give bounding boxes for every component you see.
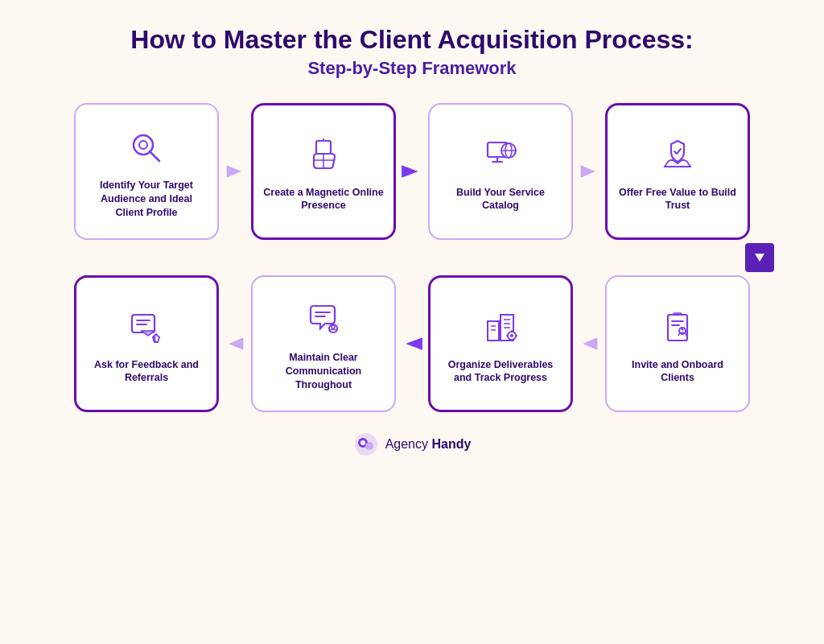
card-8-label: Invite and Onboard Clients — [616, 358, 739, 386]
svg-marker-15 — [581, 166, 595, 178]
svg-line-1 — [150, 151, 159, 161]
svg-point-49 — [682, 328, 684, 330]
card-6-label: Maintain Clear Communication Throughout — [262, 351, 385, 392]
monitor-globe-icon — [478, 133, 523, 178]
clipboard-person-icon — [655, 305, 700, 350]
svg-rect-4 — [316, 141, 331, 154]
svg-marker-3 — [227, 166, 241, 178]
arrow-left-3 — [575, 329, 604, 358]
card-identify-audience: Identify Your Target Audience and Ideal … — [74, 103, 219, 240]
svg-marker-8 — [402, 166, 418, 178]
row-1: Identify Your Target Audience and Ideal … — [34, 103, 790, 240]
box-hand-icon — [301, 133, 346, 178]
row-2: Ask for Feedback and Referrals Maintain … — [34, 275, 790, 412]
card-communication: Maintain Clear Communication Throughout — [251, 275, 396, 412]
footer: Agency Handy — [353, 431, 472, 457]
arrow-right-1 — [220, 157, 249, 186]
svg-marker-25 — [229, 338, 243, 350]
footer-brand-bold: Handy — [431, 437, 471, 451]
grid-container: Identify Your Target Audience and Ideal … — [34, 103, 790, 412]
footer-brand-text: Agency Handy — [385, 437, 472, 452]
card-5-label: Ask for Feedback and Referrals — [86, 358, 207, 386]
building-gear-icon — [478, 305, 523, 350]
arrow-left-1 — [220, 329, 249, 358]
arrow-down-icon — [745, 243, 774, 272]
main-title: How to Master the Client Acquisition Pro… — [130, 24, 693, 55]
card-3-label: Build Your Service Catalog — [439, 186, 562, 213]
arrow-right-2 — [398, 157, 426, 186]
card-service-catalog: Build Your Service Catalog — [428, 103, 573, 240]
card-7-label: Organize Deliverables and Track Progress — [440, 358, 561, 386]
arrow-right-3 — [575, 157, 604, 186]
chat-person-icon — [301, 298, 346, 343]
svg-marker-44 — [583, 338, 597, 350]
card-deliverables: Organize Deliverables and Track Progress — [428, 275, 573, 412]
agency-handy-logo — [353, 431, 379, 457]
card-magnetic-presence: Create a Magnetic Online Presence — [251, 103, 396, 240]
card-offer-value: Offer Free Value to Build Trust — [605, 103, 750, 240]
page-header: How to Master the Client Acquisition Pro… — [130, 24, 693, 79]
svg-point-39 — [510, 334, 513, 337]
handshake-shield-icon — [655, 133, 700, 178]
arrow-left-2 — [398, 329, 426, 358]
svg-point-52 — [365, 442, 373, 450]
svg-point-2 — [139, 141, 147, 149]
card-onboard-clients: Invite and Onboard Clients — [605, 275, 750, 412]
card-feedback-referrals: Ask for Feedback and Referrals — [74, 275, 219, 412]
down-arrow-container — [34, 243, 790, 272]
feedback-icon — [124, 305, 169, 350]
search-icon — [124, 126, 169, 171]
sub-title: Step-by-Step Framework — [130, 58, 693, 79]
svg-point-53 — [360, 440, 365, 445]
svg-rect-17 — [132, 315, 154, 332]
card-4-label: Offer Free Value to Build Trust — [617, 186, 738, 213]
svg-marker-16 — [755, 254, 764, 262]
svg-rect-31 — [488, 321, 499, 341]
card-2-label: Create a Magnetic Online Presence — [263, 186, 384, 213]
card-1-label: Identify Your Target Audience and Ideal … — [85, 179, 208, 220]
svg-marker-30 — [406, 338, 422, 350]
